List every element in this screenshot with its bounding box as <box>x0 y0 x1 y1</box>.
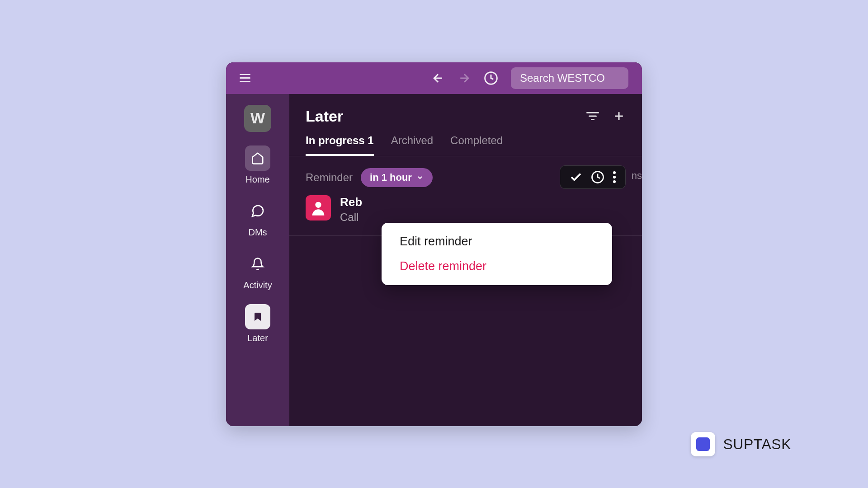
svg-point-3 <box>613 175 616 178</box>
filter-icon <box>586 110 599 122</box>
complete-button[interactable] <box>569 170 583 184</box>
svg-point-5 <box>315 202 321 207</box>
add-button[interactable] <box>612 109 626 123</box>
bell-icon <box>245 251 270 277</box>
tab-in-progress[interactable]: In progress 1 <box>306 134 374 156</box>
tab-completed[interactable]: Completed <box>450 134 503 156</box>
back-button[interactable] <box>431 71 445 85</box>
workspace-switcher[interactable]: W <box>244 105 271 132</box>
bookmark-icon <box>245 304 270 329</box>
content-header: Later <box>289 108 642 134</box>
sidebar-item-label: DMs <box>248 227 267 238</box>
history-button[interactable] <box>484 71 498 85</box>
forward-button[interactable] <box>458 71 471 85</box>
reminder-label: Reminder <box>306 171 353 184</box>
check-icon <box>569 170 583 184</box>
page-title: Later <box>306 108 343 125</box>
menu-item-edit-reminder[interactable]: Edit reminder <box>382 229 612 254</box>
app-window: Search WESTCO W Home DMs Act <box>226 62 642 426</box>
chevron-down-icon <box>416 174 424 181</box>
truncated-actions-text: ns <box>632 170 642 182</box>
svg-point-2 <box>613 171 616 174</box>
home-icon <box>245 145 270 171</box>
more-vertical-icon <box>613 170 616 184</box>
sidebar-item-home[interactable]: Home <box>245 145 270 185</box>
menu-item-delete-reminder[interactable]: Delete reminder <box>382 254 612 279</box>
sidebar-item-label: Later <box>247 333 268 343</box>
tabs: In progress 1 Archived Completed <box>289 134 642 156</box>
clock-icon <box>591 170 604 184</box>
context-menu: Edit reminder Delete reminder <box>382 223 612 285</box>
search-input[interactable]: Search WESTCO <box>511 67 628 89</box>
sidebar-item-label: Activity <box>243 280 272 291</box>
reminder-sender: Reb <box>340 195 362 209</box>
watermark-text: SUPTASK <box>723 436 792 453</box>
filter-button[interactable] <box>586 110 599 122</box>
clock-icon <box>484 71 498 85</box>
top-bar: Search WESTCO <box>226 62 642 94</box>
hamburger-menu-icon[interactable] <box>240 74 250 82</box>
plus-icon <box>612 109 626 123</box>
arrow-left-icon <box>431 71 445 85</box>
sidebar-item-dms[interactable]: DMs <box>245 198 270 238</box>
reminder-time-chip[interactable]: in 1 hour <box>361 168 433 187</box>
person-icon <box>309 199 327 217</box>
sidebar-item-label: Home <box>245 174 269 185</box>
svg-point-4 <box>613 180 616 183</box>
snooze-button[interactable] <box>591 170 604 184</box>
avatar <box>306 195 331 221</box>
dms-icon <box>245 198 270 224</box>
more-options-button[interactable] <box>613 170 616 184</box>
nav-buttons: Search WESTCO <box>431 67 628 89</box>
sidebar-item-activity[interactable]: Activity <box>243 251 272 291</box>
reminder-description: Call <box>340 211 362 224</box>
tab-archived[interactable]: Archived <box>391 134 433 156</box>
reminder-time-text: in 1 hour <box>370 172 412 183</box>
sidebar: W Home DMs Activity <box>226 94 289 426</box>
watermark: SUPTASK <box>691 432 792 456</box>
reminder-action-bar <box>560 165 626 189</box>
arrow-right-icon <box>458 71 471 85</box>
watermark-logo <box>691 432 715 456</box>
sidebar-item-later[interactable]: Later <box>245 304 270 343</box>
